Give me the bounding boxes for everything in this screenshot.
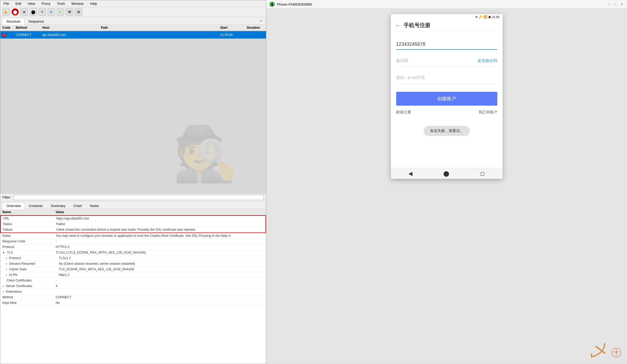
detail-row-failure: Failure Client closed the connection bef…	[1, 227, 265, 233]
tab-contents[interactable]: Contents	[25, 202, 47, 209]
phone-window-title: Phone–FA69J0303983	[277, 2, 312, 6]
tab-sequence[interactable]: Sequence	[24, 18, 48, 24]
decorative-characters: 乄 ㊉	[591, 340, 622, 361]
view-tabs: Structure Sequence ▾	[0, 17, 266, 25]
start-button[interactable]: ▶	[2, 8, 10, 16]
alpn-icon[interactable]: +	[6, 274, 7, 276]
throttle-button[interactable]: ≋	[21, 8, 28, 16]
detail-row-tls[interactable]: ▼ TLS TLSv1.2 (TLS_ECDHE_RSA_WITH_AES_12…	[0, 250, 266, 255]
server-certs-icon[interactable]: +	[2, 285, 4, 288]
filter-bar: Filter:	[0, 193, 266, 201]
phone-window: 📱 Phone–FA69J0303983 ─ □ ✕ ⊖ 🔑 📶 ▣ 21:59…	[266, 0, 627, 364]
phone-number-input[interactable]	[396, 39, 497, 50]
tab-notes[interactable]: Notes	[86, 202, 103, 209]
status-key-icon: 🔑	[479, 15, 482, 19]
detail-row-tls-protocol[interactable]: + Protocol TLSv1.2	[0, 255, 266, 261]
menu-file[interactable]: File	[2, 1, 10, 6]
create-account-button[interactable]: 创建账户	[396, 92, 497, 106]
close-button[interactable]: ✕	[620, 2, 624, 6]
menu-tools[interactable]: Tools	[56, 1, 66, 6]
status-signal-icon: 📶	[483, 15, 487, 19]
deco-char-1: 乄	[591, 341, 606, 359]
table-header: Code Method Host Path Start Duration	[0, 25, 266, 31]
nav-home-button[interactable]: ⬤	[443, 170, 449, 177]
back-button[interactable]: ←	[395, 22, 400, 28]
settings-button[interactable]: ⚙	[75, 8, 82, 16]
filter-label: Filter:	[2, 195, 11, 199]
menu-bar: File Edit View Proxy Tools Window Help	[0, 0, 266, 7]
status-time: 21:59	[492, 15, 499, 19]
validate-button[interactable]: ✓	[57, 8, 64, 16]
filter-input[interactable]	[13, 195, 264, 200]
watermark-area: 🕵	[0, 39, 266, 193]
menu-proxy[interactable]: Proxy	[40, 1, 51, 6]
col-start: Start	[218, 26, 245, 30]
email-register-link[interactable]: 邮箱注册	[396, 110, 411, 115]
phone-screen: ⊖ 🔑 📶 ▣ 21:59 ← 手机号注册 验证码 发送验证码	[391, 14, 503, 179]
phone-content: 验证码 发送验证码 密码：6~64字符 创建账户 邮箱注册 我已有账户	[391, 31, 503, 120]
collapse-all-icon[interactable]: ▾	[258, 18, 264, 24]
send-code-button[interactable]: 发送验证码	[477, 58, 497, 63]
col-code: Code	[0, 26, 14, 30]
detail-name-header: Name	[2, 210, 56, 214]
row-host: api.dida365.com	[40, 33, 99, 37]
detail-row-protocol: Protocol HTTP/1.0	[0, 244, 266, 250]
cipher-suite-icon[interactable]: +	[6, 268, 7, 271]
tab-overview[interactable]: Overview	[2, 202, 25, 209]
tools-button[interactable]: ⚒	[66, 8, 73, 16]
detail-row-client-certs: Client Certificates -	[0, 278, 266, 283]
nav-back-button[interactable]: ◀	[408, 170, 412, 177]
watermark-image: 🕵	[173, 123, 239, 185]
col-duration: Duration	[245, 26, 266, 30]
minimize-button[interactable]: ─	[607, 2, 611, 6]
tls-collapse-icon[interactable]: ▼	[2, 251, 5, 254]
toolbar: ▶ ⬤ ≋ ⬤ ✎ ↻ ✓ ⚒ ⚙	[0, 7, 266, 17]
password-placeholder: 密码：6~64字符	[396, 75, 425, 80]
status-sim-icon: ▣	[488, 15, 491, 19]
col-host: Host	[40, 26, 99, 30]
charles-window: File Edit View Proxy Tools Window Help ▶…	[0, 0, 266, 364]
detail-row-response-code: Response Code -	[0, 239, 266, 244]
menu-window[interactable]: Window	[70, 1, 85, 6]
detail-row-url: URL https://api.dida365.com	[1, 216, 265, 221]
password-row: 密码：6~64字符	[396, 72, 497, 84]
menu-view[interactable]: View	[27, 1, 36, 6]
nav-recents-button[interactable]: ◻	[480, 170, 485, 177]
detail-row-notes: Notes You may need to configure your bro…	[0, 233, 266, 239]
detail-row-session-resumed[interactable]: + Session Resumed No (Client session res…	[0, 261, 266, 267]
phone-empty-area: 发送失败，请重试。	[391, 120, 503, 168]
maximize-button[interactable]: □	[613, 2, 617, 6]
menu-help[interactable]: Help	[89, 1, 98, 6]
detail-row-alpn[interactable]: + ALPN http/1.1	[0, 272, 266, 278]
tls-protocol-icon[interactable]: +	[6, 257, 7, 260]
error-icon: ✕	[2, 33, 6, 37]
compose-button[interactable]: ✎	[39, 8, 46, 16]
repeat-button[interactable]: ↻	[48, 8, 55, 16]
detail-row-method: Method CONNECT	[0, 295, 266, 300]
detail-row-extensions[interactable]: + Extensions	[0, 289, 266, 295]
table-row[interactable]: ✕ CONNECT api.dida365.com 21:59:40	[0, 31, 266, 39]
phone-bottom-nav: ◀ ⬤ ◻	[391, 168, 503, 179]
detail-row-cipher-suite[interactable]: + Cipher Suite TLS_ECDHE_RSA_WITH_AES_12…	[0, 267, 266, 272]
extensions-icon[interactable]: +	[2, 290, 4, 293]
detail-row-server-certs[interactable]: + Server Certificates 4	[0, 283, 266, 289]
status-battery-icon: ⊖	[475, 15, 478, 19]
stop-button[interactable]: ⬤	[11, 8, 19, 16]
deco-char-2: ㊉	[611, 346, 622, 358]
tab-chart[interactable]: Chart	[69, 202, 86, 209]
verification-code-row: 验证码 发送验证码	[396, 55, 497, 67]
phone-status-bar: ⊖ 🔑 📶 ▣ 21:59	[391, 14, 503, 20]
error-rows-container: URL https://api.dida365.com Status Faile…	[0, 215, 266, 233]
phone-app-icon: 📱	[269, 2, 275, 7]
have-account-link[interactable]: 我已有账户	[479, 110, 497, 115]
tab-structure[interactable]: Structure	[2, 18, 24, 25]
col-path: Path	[99, 26, 218, 30]
toast-message: 发送失败，请重试。	[424, 126, 470, 136]
menu-edit[interactable]: Edit	[14, 1, 22, 6]
session-resumed-icon[interactable]: +	[6, 262, 7, 265]
phone-nav-bar: ← 手机号注册	[391, 20, 503, 31]
breakpoints-button[interactable]: ⬤	[30, 8, 37, 16]
tab-summary[interactable]: Summary	[47, 202, 69, 209]
detail-value-header: Value	[56, 210, 264, 214]
detail-row-status: Status Failed	[1, 221, 265, 227]
